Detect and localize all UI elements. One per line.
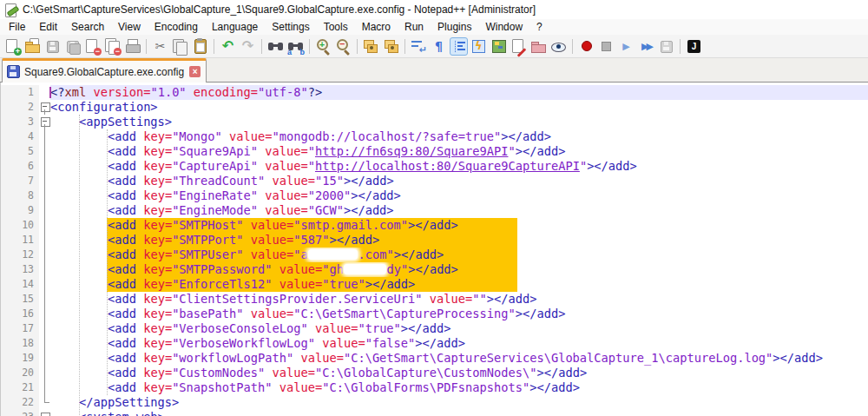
- code-text: <add key="Square9Api" value="http://fn6s…: [50, 144, 868, 159]
- folder-as-workspace-icon[interactable]: [529, 37, 548, 56]
- code-line[interactable]: 11 <add key="SMTPPort" value="587"></add…: [1, 233, 868, 248]
- macro-run-multiple-icon[interactable]: ▶▶: [637, 37, 655, 56]
- fold-margin: [39, 248, 50, 262]
- word-wrap-icon[interactable]: ↵: [410, 37, 428, 56]
- sync-horizontal-icon[interactable]: [382, 37, 400, 56]
- fold-margin: [39, 174, 50, 188]
- menu-plugins[interactable]: Plugins: [431, 20, 478, 34]
- jstool-plugin-icon[interactable]: J: [685, 37, 703, 56]
- bookmark-margin: [1, 248, 13, 262]
- code-line[interactable]: 1<?xml version="1.0" encoding="utf-8"?>: [1, 85, 868, 100]
- bookmark-margin: [1, 159, 13, 174]
- menu-view[interactable]: View: [111, 20, 148, 34]
- redacted-text: [308, 249, 358, 260]
- bookmark-margin: [1, 188, 13, 203]
- window-title: C:\GetSmart\CaptureServices\GlobalCaptur…: [23, 3, 536, 16]
- code-text: <add key="EngineMode" value="GCW"></add>: [50, 203, 868, 218]
- zoom-out-icon[interactable]: −: [334, 37, 352, 56]
- tab-close-icon[interactable]: ×: [189, 66, 201, 77]
- fold-toggle-icon[interactable]: [39, 410, 50, 416]
- code-text: <add key="SMTPHost" value="smtp.gmail.co…: [50, 218, 868, 233]
- editor-pane[interactable]: 1<?xml version="1.0" encoding="utf-8"?>2…: [0, 83, 868, 416]
- code-line[interactable]: 8 <add key="EngineRate" value="2000"></a…: [1, 188, 868, 203]
- code-text: <add key="SMTPUser" value="a.com"></add>: [50, 248, 868, 262]
- close-all-icon[interactable]: −: [103, 37, 122, 56]
- code-line[interactable]: 6 <add key="CaptureApi" value="http://lo…: [1, 159, 868, 174]
- paste-icon[interactable]: [191, 37, 209, 56]
- caret: [49, 87, 51, 98]
- menu-edit[interactable]: Edit: [32, 20, 64, 34]
- zoom-in-icon[interactable]: +: [314, 37, 332, 56]
- code-line[interactable]: 19 <add key="workflowLogPath" value="C:\…: [1, 351, 868, 366]
- new-file-icon[interactable]: +: [3, 37, 22, 56]
- bookmark-margin: [1, 129, 13, 144]
- menu-help[interactable]: ?: [529, 20, 549, 34]
- code-lines: 1<?xml version="1.0" encoding="utf-8"?>2…: [1, 83, 868, 416]
- menu-tools[interactable]: Tools: [317, 20, 355, 34]
- code-line[interactable]: 23 <system.web>: [1, 410, 868, 416]
- code-line[interactable]: 16 <add key="basePath" value="C:\GetSmar…: [1, 307, 868, 321]
- code-line[interactable]: 22 </appSettings>: [1, 395, 868, 410]
- close-icon[interactable]: −: [83, 37, 102, 56]
- line-number: 5: [13, 144, 39, 159]
- menu-encoding[interactable]: Encoding: [148, 20, 205, 34]
- show-all-chars-icon[interactable]: ¶: [430, 37, 448, 56]
- code-line[interactable]: 4 <add key="Mongo" value="mongodb://loca…: [1, 129, 868, 144]
- code-line[interactable]: 14 <add key="EnforceTls12" value="true">…: [1, 277, 868, 292]
- tab-label: Square9.GlobalCapture.exe.config: [24, 66, 184, 78]
- code-line[interactable]: 20 <add key="CustomNodes" value="C:\Glob…: [1, 366, 868, 380]
- find-icon[interactable]: [266, 37, 285, 56]
- menu-run[interactable]: Run: [398, 20, 431, 34]
- code-line[interactable]: 2<configuration>: [1, 100, 868, 115]
- save-icon[interactable]: [43, 37, 62, 56]
- toolbar-separator: [146, 39, 147, 54]
- copy-icon[interactable]: [171, 37, 189, 56]
- macro-play-icon[interactable]: ▶: [617, 37, 635, 56]
- tab-square9-globalcapture-config[interactable]: Square9.GlobalCapture.exe.config ×: [2, 58, 207, 83]
- code-line[interactable]: 5 <add key="Square9Api" value="http://fn…: [1, 144, 868, 159]
- menu-settings[interactable]: Settings: [265, 20, 316, 34]
- sync-vertical-icon[interactable]: [362, 37, 380, 56]
- document-map-icon[interactable]: [490, 37, 508, 56]
- line-number: 22: [13, 395, 39, 410]
- toolbar-separator: [572, 39, 573, 54]
- menu-language[interactable]: Language: [205, 20, 265, 34]
- code-line[interactable]: 18 <add key="VerboseWorkflowLog" value="…: [1, 336, 868, 351]
- code-text: <configuration>: [50, 100, 868, 115]
- code-line[interactable]: 13 <add key="SMTPPassword" value="ghdy">…: [1, 262, 868, 277]
- monitoring-icon[interactable]: [549, 37, 568, 56]
- replace-icon[interactable]: ba: [286, 37, 305, 56]
- save-all-icon[interactable]: [63, 37, 82, 56]
- code-line[interactable]: 21 <add key="SnapshotPath" value="C:\Glo…: [1, 380, 868, 395]
- document-list-icon[interactable]: [510, 37, 528, 56]
- code-line[interactable]: 7 <add key="ThreadCount" value="15"></ad…: [1, 174, 868, 188]
- macro-save-icon[interactable]: [657, 37, 675, 56]
- bookmark-margin: [1, 218, 13, 233]
- code-line[interactable]: 12 <add key="SMTPUser" value="a.com"></a…: [1, 248, 868, 262]
- bookmark-margin: [1, 292, 13, 307]
- fold-toggle-icon[interactable]: [39, 115, 50, 129]
- line-number: 20: [13, 366, 39, 380]
- fold-toggle-icon[interactable]: [39, 100, 50, 115]
- menu-search[interactable]: Search: [64, 20, 111, 34]
- menu-file[interactable]: File: [2, 20, 32, 34]
- code-line[interactable]: 17 <add key="VerboseConsoleLog" value="t…: [1, 321, 868, 336]
- code-line[interactable]: 15 <add key="ClientSettingsProvider.Serv…: [1, 292, 868, 307]
- print-icon[interactable]: [123, 37, 141, 56]
- macro-stop-icon[interactable]: [597, 37, 615, 56]
- show-indent-guide-icon[interactable]: [450, 37, 468, 56]
- code-line[interactable]: 9 <add key="EngineMode" value="GCW"></ad…: [1, 203, 868, 218]
- code-line[interactable]: 10 <add key="SMTPHost" value="smtp.gmail…: [1, 218, 868, 233]
- macro-record-icon[interactable]: [577, 37, 595, 56]
- bookmark-margin: [1, 277, 13, 292]
- line-number: 4: [13, 129, 39, 144]
- code-line[interactable]: 3 <appSettings>: [1, 115, 868, 129]
- user-defined-language-icon[interactable]: ϟ: [470, 37, 488, 56]
- open-folder-icon[interactable]: [23, 37, 42, 56]
- toolbar-separator: [680, 39, 681, 54]
- menu-window[interactable]: Window: [478, 20, 529, 34]
- cut-icon[interactable]: ✂: [151, 37, 169, 56]
- redo-icon[interactable]: ↷: [239, 37, 257, 56]
- menu-macro[interactable]: Macro: [355, 20, 398, 34]
- undo-icon[interactable]: ↶: [219, 37, 237, 56]
